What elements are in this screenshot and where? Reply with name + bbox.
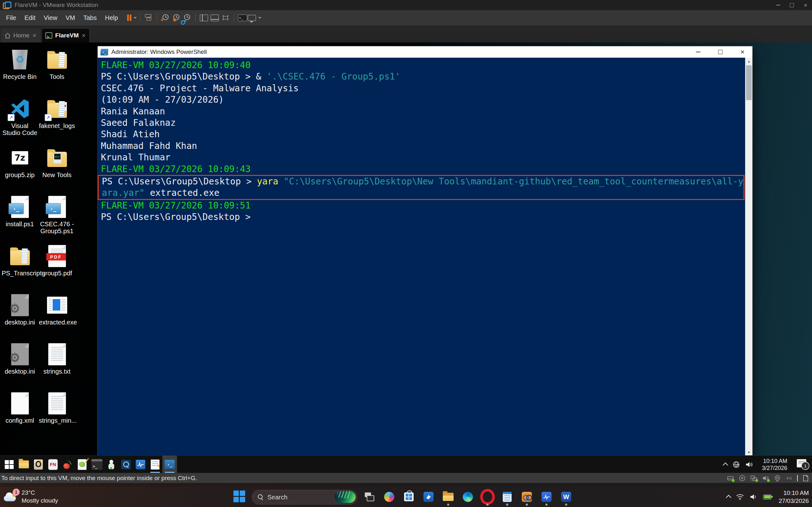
snapshot-manager-button[interactable] <box>182 12 193 23</box>
menu-tabs[interactable]: Tabs <box>79 14 101 21</box>
scrollbar-thumb[interactable] <box>746 65 752 100</box>
host-taskbar-task-manager[interactable] <box>537 487 556 507</box>
text-document-icon <box>48 343 66 365</box>
host-taskbar-notepad[interactable] <box>497 487 517 507</box>
desktop-icon-tools[interactable]: Tools <box>38 45 75 94</box>
tray-chevron-icon[interactable] <box>726 495 731 500</box>
pause-button[interactable] <box>126 12 137 23</box>
desktop-icon-recycle-bin[interactable]: ♻ Recycle Bin <box>1 45 38 94</box>
tab-close-icon[interactable]: ✕ <box>32 33 37 39</box>
menu-view[interactable]: View <box>40 14 61 21</box>
hard-disk-icon[interactable] <box>727 474 734 482</box>
vm-taskbar-ida[interactable] <box>31 456 46 473</box>
pause-dropdown-icon[interactable] <box>134 17 137 20</box>
console-view-button[interactable]: >_ <box>237 12 248 23</box>
vm-start-button[interactable] <box>2 456 16 473</box>
tab-flarevm[interactable]: FlareVM ✕ <box>41 28 90 43</box>
home-icon <box>5 33 10 38</box>
desktop-icon-strings-min[interactable]: strings_min... <box>38 389 75 438</box>
take-snapshot-button[interactable]: + <box>160 12 171 23</box>
vm-taskbar-process-monitor[interactable] <box>119 456 133 473</box>
signal-icon[interactable] <box>785 474 793 482</box>
terminal-scrollbar[interactable]: ▲ ▼ <box>745 58 752 456</box>
revert-snapshot-button[interactable] <box>171 12 182 23</box>
microsoft-store-icon <box>404 493 414 501</box>
vm-taskbar-powershell[interactable]: ›_ <box>162 456 177 473</box>
desktop-icon-group5-pdf[interactable]: PDF group5.pdf <box>38 241 75 291</box>
host-taskbar-opera[interactable] <box>478 487 497 507</box>
vm-taskbar-fakenet[interactable]: FN <box>46 456 60 473</box>
text-document-icon <box>48 392 66 414</box>
desktop-icon-desktop-ini[interactable]: ⚙ desktop.ini <box>1 291 38 340</box>
vm-notification-icon[interactable]: 1 <box>797 459 806 467</box>
cd-dvd-icon[interactable] <box>739 474 746 482</box>
send-ctrl-alt-del-button[interactable] <box>143 12 154 23</box>
host-taskbar-edge[interactable] <box>458 487 478 507</box>
host-taskbar-microsoft-store[interactable] <box>399 487 419 507</box>
vm-taskbar-process-explorer[interactable] <box>133 456 148 473</box>
tab-home[interactable]: Home ✕ <box>1 29 40 43</box>
minimize-console-button[interactable] <box>696 52 700 52</box>
powershell-console[interactable]: FLARE-VM 03/27/2026 10:09:40 PS C:\Users… <box>98 58 752 456</box>
close-console-button[interactable]: ✕ <box>740 49 745 55</box>
wifi-icon[interactable] <box>736 493 744 500</box>
menu-edit[interactable]: Edit <box>20 14 39 21</box>
host-taskbar-task-view[interactable] <box>360 487 379 507</box>
powershell-titlebar[interactable]: ›_ Administrator: Windows PowerShell ✕ <box>98 46 752 58</box>
vm-taskbar-cherrytree[interactable] <box>60 456 75 473</box>
close-window-button[interactable]: ✕ <box>803 3 808 8</box>
webcam-icon[interactable] <box>774 474 781 482</box>
host-taskbar-file-explorer[interactable] <box>438 487 458 507</box>
tray-chevron-icon[interactable] <box>723 462 728 468</box>
powershell-window-title: Administrator: Windows PowerShell <box>111 49 207 55</box>
vm-clock[interactable]: 10:10 AM 3/27/2026 <box>762 458 787 471</box>
message-log-icon[interactable] <box>802 474 809 482</box>
vm-taskbar-notepad-plus-plus[interactable] <box>75 456 90 473</box>
host-taskbar-copilot[interactable] <box>379 487 399 507</box>
display-settings-button[interactable] <box>248 12 261 23</box>
desktop-icon-desktop-ini-2[interactable]: ⚙ desktop.ini <box>1 340 38 389</box>
network-globe-icon[interactable] <box>732 461 740 468</box>
desktop-icon-vscode[interactable]: ↗ Visual Studio Code <box>1 94 38 143</box>
scroll-down-icon[interactable]: ▼ <box>745 449 752 456</box>
desktop-icon-label: PS_Transcripts <box>2 270 38 277</box>
desktop-icon-group5-zip[interactable]: 7z group5.zip <box>1 143 38 192</box>
battery-icon[interactable] <box>763 495 771 499</box>
search-box[interactable]: Search <box>252 490 357 504</box>
menu-file[interactable]: File <box>2 14 20 21</box>
host-clock[interactable]: 10:10 AM 27/03/2026 <box>779 489 809 505</box>
volume-icon[interactable] <box>750 493 758 500</box>
display-dropdown-icon[interactable] <box>258 17 261 20</box>
minimize-window-button[interactable] <box>776 5 780 5</box>
fullscreen-button[interactable] <box>220 12 231 23</box>
desktop-icon-install-ps1[interactable]: ›_ install.ps1 <box>1 192 38 241</box>
tab-close-icon[interactable]: ✕ <box>82 33 86 39</box>
vm-taskbar-file-explorer[interactable] <box>16 456 31 473</box>
vm-taskbar-notepad[interactable] <box>148 456 162 473</box>
network-adapter-icon[interactable] <box>750 474 758 482</box>
desktop-icon-fakenet-logs[interactable]: ↗ fakenet_logs <box>38 94 75 143</box>
library-toggle-button[interactable] <box>199 12 209 23</box>
search-highlight-image[interactable] <box>335 491 356 503</box>
vm-taskbar-terminal[interactable]: >_ <box>90 456 104 473</box>
weather-widget-button[interactable]: 1 23°C Mostly cloudy <box>4 489 58 504</box>
thumbnail-bar-toggle-button[interactable] <box>209 12 220 23</box>
volume-icon[interactable] <box>745 461 753 468</box>
desktop-icon-extracted-exe[interactable]: extracted.exe <box>38 291 75 340</box>
desktop-icon-config-xml[interactable]: config.xml <box>1 389 38 438</box>
host-taskbar-word[interactable]: W <box>556 487 576 507</box>
maximize-console-button[interactable] <box>718 50 722 54</box>
desktop-icon-strings-txt[interactable]: strings.txt <box>38 340 75 389</box>
desktop-icon-csec476-ps1[interactable]: ›_ CSEC.476 - Group5.ps1 <box>38 192 75 241</box>
desktop-icon-new-tools[interactable]: New Tools <box>38 143 75 192</box>
menu-help[interactable]: Help <box>101 14 122 21</box>
menu-vm[interactable]: VM <box>61 14 79 21</box>
scroll-up-icon[interactable]: ▲ <box>745 58 752 65</box>
host-start-button[interactable] <box>234 491 245 502</box>
host-taskbar-vmware[interactable] <box>419 487 438 507</box>
host-taskbar-link-app[interactable] <box>517 487 537 507</box>
sound-icon[interactable] <box>762 474 769 482</box>
desktop-icon-ps-transcripts[interactable]: PS_Transcripts <box>1 241 38 291</box>
maximize-window-button[interactable] <box>790 3 794 7</box>
vm-taskbar-analysis-tool[interactable] <box>104 456 119 473</box>
